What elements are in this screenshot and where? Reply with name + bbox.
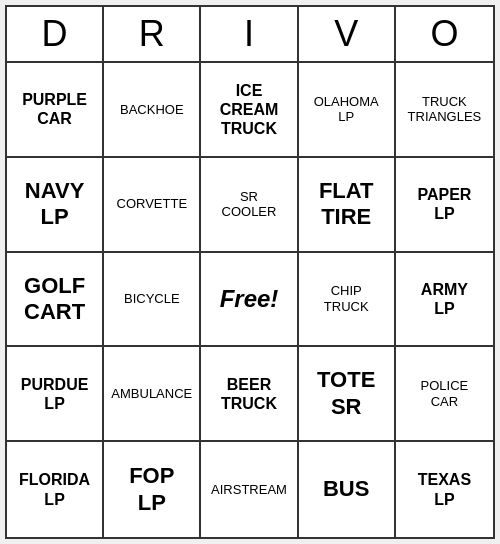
cell-10: GOLFCART (7, 253, 104, 348)
cell-text-12: Free! (220, 285, 279, 314)
cell-18: TOTESR (299, 347, 396, 442)
cell-text-23: BUS (323, 476, 369, 502)
cell-text-3: OLAHOMALP (314, 94, 379, 125)
cell-text-5: NAVYLP (25, 178, 85, 231)
cell-24: TEXASLP (396, 442, 493, 537)
cell-21: FOPLP (104, 442, 201, 537)
header-letter-R: R (104, 7, 201, 61)
bingo-grid: PURPLECARBACKHOEICECREAMTRUCKOLAHOMALPTR… (7, 63, 493, 537)
cell-17: BEERTRUCK (201, 347, 298, 442)
cell-19: POLICECAR (396, 347, 493, 442)
cell-text-9: PAPERLP (417, 185, 471, 223)
cell-3: OLAHOMALP (299, 63, 396, 158)
cell-text-18: TOTESR (317, 367, 375, 420)
cell-6: CORVETTE (104, 158, 201, 253)
cell-0: PURPLECAR (7, 63, 104, 158)
cell-1: BACKHOE (104, 63, 201, 158)
header-letter-O: O (396, 7, 493, 61)
cell-text-22: AIRSTREAM (211, 482, 287, 498)
cell-text-20: FLORIDALP (19, 470, 90, 508)
cell-text-2: ICECREAMTRUCK (220, 81, 279, 139)
cell-22: AIRSTREAM (201, 442, 298, 537)
cell-13: CHIPTRUCK (299, 253, 396, 348)
cell-text-4: TRUCKTRIANGLES (408, 94, 482, 125)
cell-text-11: BICYCLE (124, 291, 180, 307)
cell-text-10: GOLFCART (24, 273, 85, 326)
header-letter-D: D (7, 7, 104, 61)
cell-text-16: AMBULANCE (111, 386, 192, 402)
cell-text-21: FOPLP (129, 463, 174, 516)
header-letter-V: V (299, 7, 396, 61)
cell-8: FLATTIRE (299, 158, 396, 253)
cell-15: PURDUELP (7, 347, 104, 442)
cell-text-24: TEXASLP (418, 470, 471, 508)
cell-text-1: BACKHOE (120, 102, 184, 118)
cell-text-19: POLICECAR (421, 378, 469, 409)
cell-2: ICECREAMTRUCK (201, 63, 298, 158)
cell-14: ARMYLP (396, 253, 493, 348)
cell-16: AMBULANCE (104, 347, 201, 442)
bingo-card: DRIVO PURPLECARBACKHOEICECREAMTRUCKOLAHO… (5, 5, 495, 539)
cell-text-0: PURPLECAR (22, 90, 87, 128)
header-letter-I: I (201, 7, 298, 61)
cell-text-13: CHIPTRUCK (324, 283, 369, 314)
cell-text-17: BEERTRUCK (221, 375, 277, 413)
cell-5: NAVYLP (7, 158, 104, 253)
bingo-header: DRIVO (7, 7, 493, 63)
cell-12: Free! (201, 253, 298, 348)
cell-text-15: PURDUELP (21, 375, 89, 413)
cell-20: FLORIDALP (7, 442, 104, 537)
cell-9: PAPERLP (396, 158, 493, 253)
cell-11: BICYCLE (104, 253, 201, 348)
cell-4: TRUCKTRIANGLES (396, 63, 493, 158)
cell-23: BUS (299, 442, 396, 537)
cell-text-7: SRCOOLER (222, 189, 277, 220)
cell-7: SRCOOLER (201, 158, 298, 253)
cell-text-14: ARMYLP (421, 280, 468, 318)
cell-text-6: CORVETTE (117, 196, 188, 212)
cell-text-8: FLATTIRE (319, 178, 374, 231)
